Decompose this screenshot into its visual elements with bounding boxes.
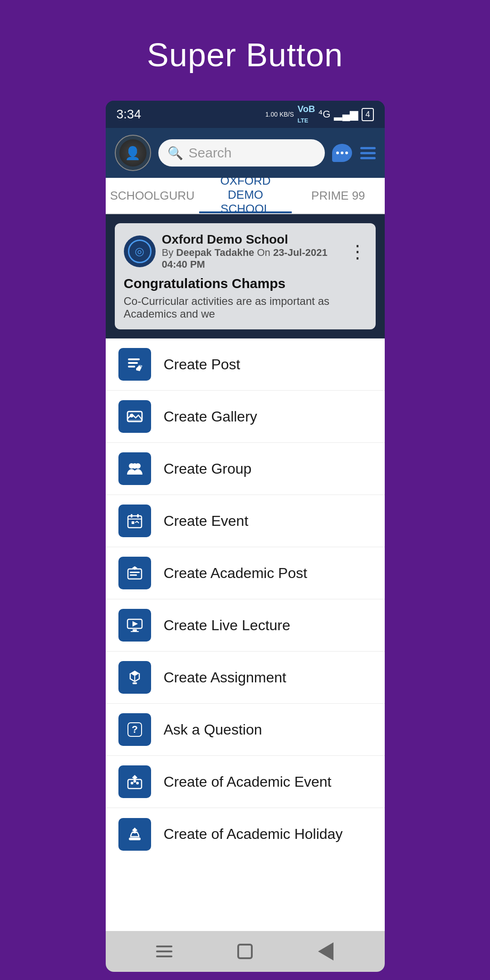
create-event-label: Create Event <box>164 513 249 529</box>
chat-dots <box>336 152 348 154</box>
menu-item-create-gallery[interactable]: Create Gallery <box>106 391 385 443</box>
menu-item-create-academic-holiday[interactable]: Create of Academic Holiday <box>106 808 385 860</box>
search-placeholder: Search <box>189 145 232 161</box>
ask-question-label: Ask a Question <box>164 721 262 738</box>
svg-text:?: ? <box>132 724 137 735</box>
status-bar: 3:34 1.00 KB/S VoBLTE ⁴G ▂▄▆ 4 <box>106 101 385 128</box>
nav-home-icon <box>237 944 253 959</box>
nav-menu-button[interactable] <box>153 940 176 963</box>
svg-rect-0 <box>128 358 140 360</box>
create-academic-holiday-icon <box>118 818 151 851</box>
svg-rect-19 <box>132 629 137 631</box>
tab-oxford[interactable]: OXFORD DEMO SCHOOL <box>199 178 292 213</box>
create-group-icon <box>118 452 151 485</box>
avatar[interactable]: 👤 <box>115 135 151 171</box>
create-academic-event-label: Create of Academic Event <box>164 774 332 790</box>
tab-schoolguru[interactable]: SCHOOLGURU <box>106 178 199 213</box>
menu-item-create-event[interactable]: Create Event <box>106 495 385 547</box>
create-academic-holiday-label: Create of Academic Holiday <box>164 826 343 843</box>
svg-rect-2 <box>128 366 135 368</box>
create-post-label: Create Post <box>164 356 240 373</box>
chat-icon[interactable] <box>332 144 352 162</box>
status-time: 3:34 <box>117 107 142 122</box>
menu-item-create-academic-post[interactable]: Create Academic Post <box>106 547 385 599</box>
menu-item-create-post[interactable]: Create Post <box>106 338 385 391</box>
create-academic-event-icon <box>118 765 151 798</box>
svg-rect-15 <box>128 569 142 579</box>
post-body: Co-Curricular activities are as importan… <box>124 295 367 320</box>
ham-line-3 <box>360 157 376 159</box>
svg-rect-14 <box>132 521 134 524</box>
signal-icon: ▂▄▆ <box>334 108 358 121</box>
menu-item-create-live-lecture[interactable]: Create Live Lecture <box>106 599 385 652</box>
svg-point-29 <box>136 782 139 784</box>
svg-rect-6 <box>127 420 142 421</box>
menu-list: Create PostCreate GalleryCreate GroupCre… <box>106 338 385 931</box>
post-meta: Oxford Demo School By Deepak Tadakhe On … <box>162 232 342 270</box>
page-title: Super Button <box>147 36 343 74</box>
post-more-options[interactable]: ⋮ <box>348 242 367 260</box>
phone-frame: 3:34 1.00 KB/S VoBLTE ⁴G ▂▄▆ 4 👤 🔍 Searc… <box>106 101 385 972</box>
create-gallery-icon <box>118 400 151 433</box>
menu-item-create-assignment[interactable]: Create Assignment <box>106 652 385 704</box>
network-icon: ⁴G <box>318 108 330 120</box>
create-academic-post-icon <box>118 557 151 589</box>
ham-line-2 <box>360 152 376 154</box>
status-icons: 1.00 KB/S VoBLTE ⁴G ▂▄▆ 4 <box>265 104 374 125</box>
svg-rect-17 <box>130 574 137 576</box>
svg-marker-21 <box>132 621 138 627</box>
create-live-lecture-label: Create Live Lecture <box>164 617 290 634</box>
menu-item-create-group[interactable]: Create Group <box>106 443 385 495</box>
svg-rect-10 <box>128 516 142 528</box>
svg-point-9 <box>132 463 137 469</box>
create-gallery-label: Create Gallery <box>164 408 257 425</box>
post-author: By Deepak Tadakhe On 23-Jul-2021 04:40 P… <box>162 247 342 270</box>
school-avatar: ◎ <box>124 235 156 267</box>
svg-rect-13 <box>137 514 139 518</box>
svg-point-27 <box>131 782 133 784</box>
ham-line-1 <box>360 147 376 149</box>
search-icon: 🔍 <box>167 146 183 161</box>
create-event-icon <box>118 505 151 537</box>
feed-area: ◎ Oxford Demo School By Deepak Tadakhe O… <box>106 214 385 338</box>
svg-rect-1 <box>128 362 138 364</box>
svg-rect-30 <box>129 838 141 840</box>
nav-home-button[interactable] <box>234 940 256 963</box>
post-title: Congratulations Champs <box>124 276 367 291</box>
svg-rect-11 <box>128 519 142 519</box>
menu-item-create-academic-event[interactable]: Create of Academic Event <box>106 756 385 808</box>
svg-rect-16 <box>130 572 140 573</box>
battery-icon: 4 <box>362 108 373 121</box>
svg-rect-12 <box>131 514 132 518</box>
svg-rect-20 <box>131 631 139 632</box>
data-speed-icon: 1.00 KB/S <box>265 111 294 118</box>
menu-item-ask-question[interactable]: ?Ask a Question <box>106 704 385 756</box>
menu-icon[interactable] <box>360 147 376 159</box>
create-assignment-label: Create Assignment <box>164 669 286 686</box>
svg-rect-22 <box>132 682 137 684</box>
ask-question-icon: ? <box>118 713 151 746</box>
create-live-lecture-icon <box>118 609 151 642</box>
school-logo: ◎ <box>128 240 152 263</box>
create-assignment-icon <box>118 661 151 694</box>
post-header: ◎ Oxford Demo School By Deepak Tadakhe O… <box>124 232 367 270</box>
app-header: 👤 🔍 Search <box>106 128 385 178</box>
post-card: ◎ Oxford Demo School By Deepak Tadakhe O… <box>115 223 376 329</box>
nav-back-button[interactable] <box>314 940 337 963</box>
bottom-nav <box>106 931 385 972</box>
create-post-icon <box>118 348 151 381</box>
tab-prime99[interactable]: PRIME 99 <box>292 178 384 213</box>
nav-back-icon <box>318 942 333 960</box>
svg-point-28 <box>133 780 136 783</box>
tab-bar: SCHOOLGURU OXFORD DEMO SCHOOL PRIME 99 <box>106 178 385 214</box>
nav-menu-icon <box>156 946 172 957</box>
post-school-name: Oxford Demo School <box>162 232 342 247</box>
create-academic-post-label: Create Academic Post <box>164 565 308 582</box>
avatar-image: 👤 <box>119 139 147 167</box>
search-bar[interactable]: 🔍 Search <box>158 139 325 167</box>
volte-icon: VoBLTE <box>298 104 315 125</box>
header-icons <box>332 144 376 162</box>
create-group-label: Create Group <box>164 461 252 477</box>
